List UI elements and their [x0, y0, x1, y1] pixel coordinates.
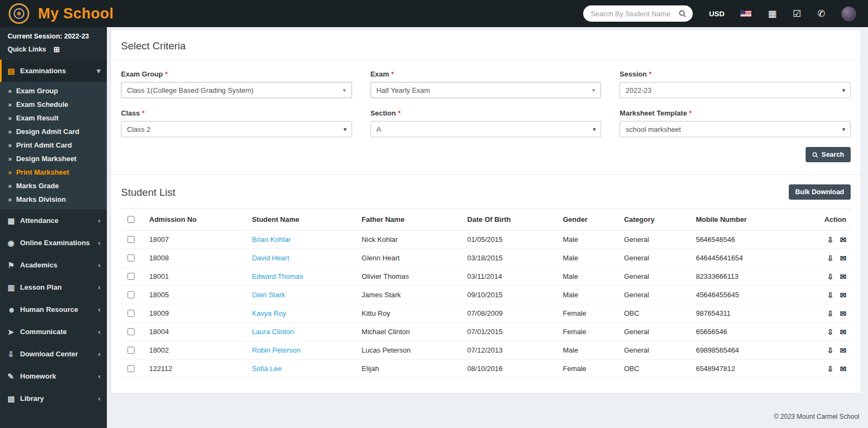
sidebar-item-communicate[interactable]: ➤Communicate‹ — [0, 321, 107, 343]
us-flag-icon[interactable] — [741, 10, 751, 17]
row-checkbox[interactable] — [127, 291, 135, 298]
email-icon[interactable]: ✉ — [840, 254, 846, 263]
search-icon[interactable] — [679, 10, 686, 17]
student-name-link[interactable]: Sofia Lee — [252, 365, 282, 373]
field-label: Marksheet Template* — [620, 109, 851, 117]
calendar-icon[interactable]: ▦ — [768, 9, 776, 18]
row-checkbox[interactable] — [127, 310, 135, 317]
table-row: 122112Sofia LeeElijah08/10/2016FemaleOBC… — [121, 360, 851, 378]
download-icon[interactable]: ⇩ — [827, 291, 834, 299]
submenu-item-exam-group[interactable]: »Exam Group — [0, 84, 107, 98]
sidebar-item-human-resource[interactable]: ☻Human Resource‹ — [0, 298, 107, 321]
currency-label[interactable]: USD — [709, 10, 725, 18]
chevron-left-icon: ‹ — [98, 305, 100, 314]
sidebar-item-online-examinations[interactable]: ◉Online Examinations‹ — [0, 232, 107, 254]
email-icon[interactable]: ✉ — [840, 291, 846, 299]
student-name-link[interactable]: Edward Thomas — [252, 272, 303, 280]
download-icon[interactable]: ⇩ — [827, 272, 834, 281]
submenu-item-design-marksheet[interactable]: »Design Marksheet — [0, 152, 107, 165]
selected-value: 2022-23 — [626, 86, 837, 94]
chevron-left-icon: ‹ — [98, 372, 100, 380]
form-field-session: Session*2022-23▾ — [620, 70, 851, 98]
submenu-item-label: Design Admit Card — [16, 127, 80, 136]
class-select[interactable]: Class 2▾ — [121, 121, 352, 137]
section-select[interactable]: A▾ — [371, 121, 602, 137]
student-name-link[interactable]: Brian Kohlar — [252, 235, 291, 244]
chevron-left-icon: ‹ — [98, 394, 100, 403]
row-checkbox[interactable] — [127, 347, 135, 354]
download-icon[interactable]: ⇩ — [827, 365, 834, 373]
cell-date-of-birth: 03/18/2015 — [463, 249, 558, 267]
sidebar-item-label: Communicate — [20, 328, 98, 336]
email-icon[interactable]: ✉ — [840, 328, 846, 336]
submenu-item-marks-grade[interactable]: »Marks Grade — [0, 179, 107, 193]
double-angle-icon: » — [8, 114, 12, 122]
cell-student-name: Edward Thomas — [247, 267, 357, 286]
cell-actions: ⇩✉ — [801, 267, 851, 286]
search-row: Search — [121, 147, 851, 162]
quick-links[interactable]: Quick Links ⊞ — [0, 41, 107, 60]
download-icon[interactable]: ⇩ — [827, 254, 834, 263]
cell-gender: Male — [558, 249, 620, 267]
sidebar-item-attendance[interactable]: ▦Attendance‹ — [0, 209, 107, 232]
cell-father-name: Olivier Thomas — [358, 267, 463, 286]
sidebar-item-academics[interactable]: ⚑Academics‹ — [0, 254, 107, 276]
marksheet-template-select[interactable]: school marksheet▾ — [620, 121, 851, 137]
sidebar-item-homework[interactable]: ✎Homework‹ — [0, 365, 107, 387]
submenu-item-print-marksheet[interactable]: »Print Marksheet — [0, 165, 107, 179]
cell-gender: Male — [558, 231, 620, 249]
sidebar-item-download-center[interactable]: ⇩Download Center‹ — [0, 343, 107, 365]
sidebar-item-label: Library — [20, 394, 98, 403]
required-asterisk: * — [649, 71, 652, 78]
email-icon[interactable]: ✉ — [840, 365, 846, 373]
submenu-item-marks-division[interactable]: »Marks Division — [0, 193, 107, 206]
exam-select[interactable]: Half Yearly Exam▾ — [371, 82, 602, 98]
submenu-item-print-admit-card[interactable]: »Print Admit Card — [0, 138, 107, 152]
download-icon[interactable]: ⇩ — [827, 235, 834, 244]
row-checkbox[interactable] — [127, 365, 135, 372]
dropdown-arrow-icon: ▾ — [588, 126, 601, 133]
search-input[interactable] — [590, 9, 675, 18]
sidebar-item-examinations[interactable]: ▤Examinations▾ — [0, 60, 107, 82]
student-name-link[interactable]: Laura Clinton — [252, 328, 293, 336]
row-checkbox[interactable] — [127, 273, 135, 280]
school-logo-icon[interactable] — [9, 3, 29, 24]
row-checkbox[interactable] — [127, 236, 135, 243]
row-checkbox[interactable] — [127, 254, 135, 261]
double-angle-icon: » — [8, 87, 12, 95]
column-header-student-name: Student Name — [247, 209, 357, 231]
submenu-item-design-admit-card[interactable]: »Design Admit Card — [0, 125, 107, 138]
email-icon[interactable]: ✉ — [840, 272, 846, 281]
human-resource-icon: ☻ — [8, 305, 20, 314]
user-avatar[interactable] — [841, 7, 856, 21]
academics-icon: ⚑ — [8, 261, 20, 270]
sidebar-item-library[interactable]: ▧Library‹ — [0, 387, 107, 410]
submenu-item-exam-result[interactable]: »Exam Result — [0, 111, 107, 125]
cell-student-name: Robin Peterson — [247, 341, 357, 360]
download-icon[interactable]: ⇩ — [827, 328, 834, 336]
tasks-icon[interactable]: ☑ — [793, 9, 801, 18]
student-name-link[interactable]: Robin Peterson — [252, 346, 301, 354]
required-asterisk: * — [689, 110, 692, 117]
online-examinations-icon: ◉ — [8, 239, 20, 247]
email-icon[interactable]: ✉ — [840, 346, 846, 355]
cell-father-name: Elijah — [358, 360, 463, 378]
email-icon[interactable]: ✉ — [840, 309, 846, 318]
sidebar-item-lesson-plan[interactable]: ▥Lesson Plan‹ — [0, 276, 107, 298]
student-name-link[interactable]: Glen Stark — [252, 291, 285, 299]
download-icon[interactable]: ⇩ — [827, 346, 834, 355]
dropdown-arrow-icon: ▾ — [337, 82, 352, 98]
exam-group-select[interactable]: Class 1(College Based Grading System)▾ — [121, 82, 352, 98]
session-select[interactable]: 2022-23▾ — [620, 82, 851, 98]
row-checkbox[interactable] — [127, 328, 135, 335]
current-session-label: Current Session: 2022-23 — [0, 27, 107, 41]
whatsapp-icon[interactable]: ✆ — [818, 9, 825, 18]
search-button[interactable]: Search — [806, 147, 851, 162]
student-name-link[interactable]: Kavya Roy — [252, 309, 286, 317]
select-all-checkbox[interactable] — [127, 216, 135, 223]
bulk-download-button[interactable]: Bulk Download — [789, 184, 851, 200]
student-name-link[interactable]: David Heart — [252, 254, 289, 262]
submenu-item-exam-schedule[interactable]: »Exam Schedule — [0, 98, 107, 111]
download-icon[interactable]: ⇩ — [827, 309, 834, 318]
email-icon[interactable]: ✉ — [840, 235, 846, 244]
